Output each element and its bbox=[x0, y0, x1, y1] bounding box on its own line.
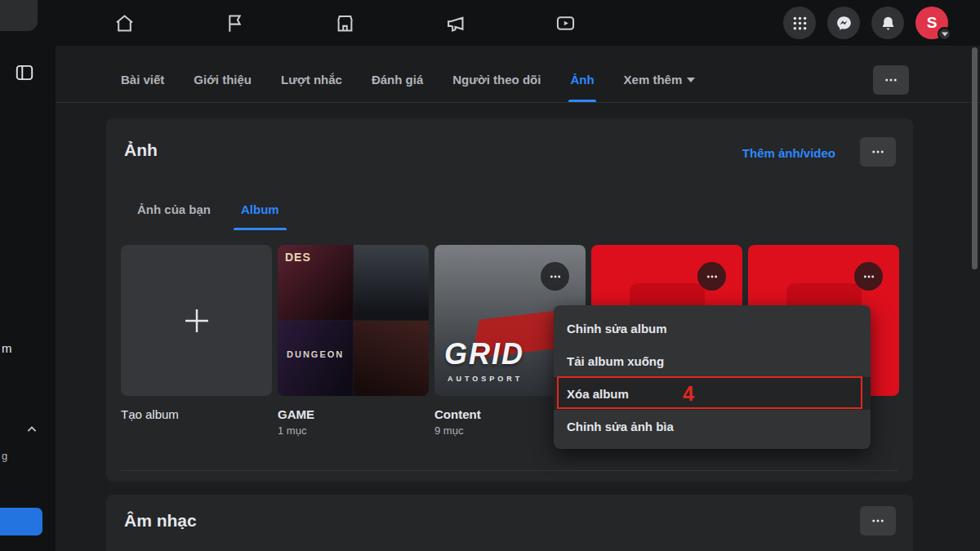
ellipsis-icon bbox=[871, 513, 885, 528]
album-name: GAME bbox=[278, 407, 429, 421]
create-album-tile: Tạo album bbox=[121, 245, 272, 437]
tab-see-more[interactable]: Xem thêm bbox=[624, 57, 696, 102]
tab-label: Xem thêm bbox=[624, 73, 683, 87]
menu-item-label: Tải album xuống bbox=[567, 354, 664, 368]
tab-label: Đánh giá bbox=[372, 73, 423, 87]
album-options-button[interactable] bbox=[854, 262, 883, 291]
profile-tab-bar: Bài viết Giới thiệu Lượt nhắc Đánh giá N… bbox=[56, 57, 980, 103]
corner-menu-partial bbox=[0, 0, 38, 31]
annotation-highlight-box: 4 bbox=[557, 376, 862, 409]
tab-reviews[interactable]: Đánh giá bbox=[372, 57, 423, 102]
sidebar-partial-label-top: m bbox=[2, 341, 12, 355]
menu-edit-cover-photo[interactable]: Chỉnh sửa ảnh bìa bbox=[554, 410, 871, 442]
apps-menu-button[interactable] bbox=[783, 7, 816, 39]
chevron-down-icon bbox=[938, 27, 951, 41]
tab-label: Lượt nhắc bbox=[281, 73, 342, 87]
plus-icon bbox=[180, 304, 214, 338]
music-section-title: Âm nhạc bbox=[124, 511, 197, 531]
notifications-button[interactable] bbox=[871, 7, 904, 39]
tab-photos[interactable]: Ảnh bbox=[570, 57, 594, 102]
video-play-icon bbox=[555, 12, 577, 34]
profile-menu-button[interactable]: S bbox=[915, 7, 948, 39]
menu-item-label: Chỉnh sửa ảnh bìa bbox=[567, 420, 674, 433]
divider bbox=[121, 470, 898, 471]
cover-art-subtitle: AUTOSPORT bbox=[448, 375, 523, 383]
sidebar-partial-label-bottom: g bbox=[2, 450, 7, 462]
album-name: Tạo album bbox=[121, 407, 272, 421]
nav-ads-button[interactable] bbox=[443, 11, 466, 34]
cover-art-text: DES bbox=[285, 251, 311, 264]
chevron-down-icon bbox=[687, 78, 695, 82]
sidebar-collapse-button[interactable] bbox=[23, 421, 41, 439]
nav-marketplace-button[interactable] bbox=[333, 11, 356, 34]
tab-about[interactable]: Giới thiệu bbox=[194, 57, 252, 102]
album-game: DES DUNGEON GAME 1 mục bbox=[278, 245, 429, 437]
nav-watch-button[interactable] bbox=[554, 11, 577, 34]
tab-label: Album bbox=[241, 202, 279, 216]
chevron-up-icon bbox=[24, 421, 40, 438]
facebook-photos-page: S m g Bài viết Giới thiệu Lượt nhắc Đánh… bbox=[0, 0, 980, 551]
ellipsis-icon bbox=[862, 270, 875, 283]
home-icon bbox=[114, 12, 136, 34]
tab-albums[interactable]: Album bbox=[241, 188, 279, 230]
add-photo-video-link[interactable]: Thêm ảnh/video bbox=[742, 146, 835, 160]
top-navigation-bar: S bbox=[0, 0, 980, 46]
storefront-icon bbox=[334, 12, 356, 34]
profile-more-button[interactable] bbox=[873, 65, 909, 95]
create-album-button[interactable] bbox=[121, 245, 272, 396]
tab-label: Giới thiệu bbox=[194, 73, 252, 87]
nav-home-button[interactable] bbox=[113, 11, 136, 34]
tab-followers[interactable]: Người theo dõi bbox=[452, 57, 541, 102]
photos-sub-tabs: Ảnh của bạn Album bbox=[137, 188, 279, 230]
topbar-actions: S bbox=[783, 7, 948, 39]
tab-your-photos[interactable]: Ảnh của bạn bbox=[137, 188, 211, 230]
tab-label: Ảnh của bạn bbox=[137, 202, 211, 216]
cover-art-text: DUNGEON bbox=[287, 349, 344, 359]
bell-icon bbox=[880, 15, 897, 32]
tab-label: Ảnh bbox=[570, 73, 594, 87]
album-options-button[interactable] bbox=[697, 262, 726, 291]
tab-label: Bài viết bbox=[121, 73, 164, 87]
tab-label: Người theo dõi bbox=[452, 73, 541, 87]
main-nav bbox=[113, 0, 577, 46]
scrollbar-thumb[interactable] bbox=[972, 47, 978, 269]
menu-item-label: Chỉnh sửa album bbox=[567, 322, 667, 335]
tab-mentions[interactable]: Lượt nhắc bbox=[281, 57, 342, 102]
music-more-button[interactable] bbox=[860, 506, 896, 535]
megaphone-icon bbox=[444, 12, 466, 34]
album-count: 1 mục bbox=[278, 424, 429, 437]
tab-posts[interactable]: Bài viết bbox=[121, 57, 164, 102]
album-options-button[interactable] bbox=[541, 262, 569, 291]
sidebar-partial-action-button[interactable] bbox=[0, 508, 42, 535]
left-sidebar: m g bbox=[0, 46, 56, 551]
annotation-step-number: 4 bbox=[683, 382, 694, 406]
ellipsis-icon bbox=[706, 270, 719, 283]
menu-edit-album[interactable]: Chỉnh sửa album bbox=[554, 312, 871, 344]
flag-icon bbox=[224, 12, 246, 34]
nav-pages-button[interactable] bbox=[223, 11, 246, 34]
album-game-cover[interactable]: DES DUNGEON bbox=[278, 245, 429, 396]
apps-grid-icon bbox=[791, 15, 808, 32]
sidebar-toggle-button[interactable] bbox=[13, 62, 36, 85]
ellipsis-icon bbox=[871, 144, 885, 159]
photos-section-title: Ảnh bbox=[124, 140, 158, 160]
music-section-card: Âm nhạc bbox=[106, 495, 913, 551]
panel-toggle-icon bbox=[14, 62, 35, 83]
messenger-icon bbox=[835, 15, 853, 32]
ellipsis-icon bbox=[884, 73, 898, 87]
avatar-initial: S bbox=[927, 14, 938, 32]
menu-download-album[interactable]: Tải album xuống bbox=[554, 344, 871, 377]
messenger-button[interactable] bbox=[827, 7, 860, 39]
ellipsis-icon bbox=[549, 270, 562, 283]
photos-more-button[interactable] bbox=[860, 137, 896, 167]
cover-art-title: GRID bbox=[444, 337, 524, 371]
